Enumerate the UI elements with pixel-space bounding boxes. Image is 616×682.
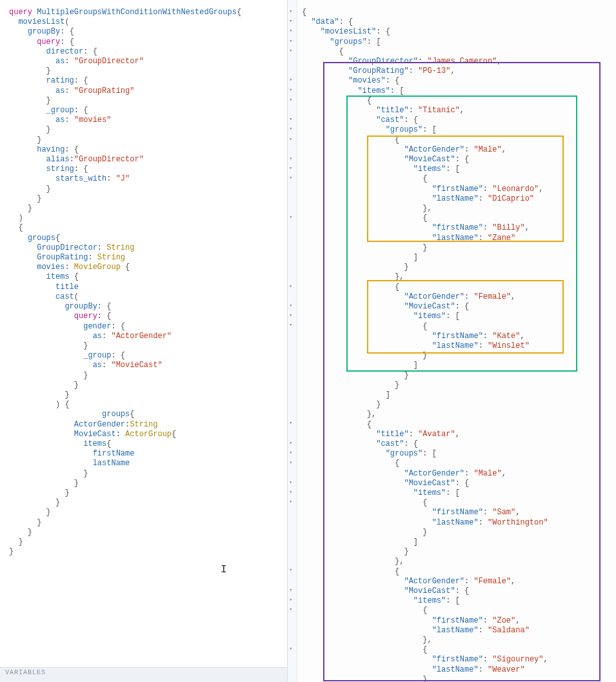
fold-marker[interactable]: ▾: [289, 27, 292, 34]
fold-marker[interactable]: ▾: [289, 8, 292, 15]
fold-marker[interactable]: ▾: [289, 449, 292, 456]
fold-marker[interactable]: ▾: [289, 606, 292, 613]
query-editor-pane: query MultipleGroupsWithConditionWithNes…: [0, 0, 288, 682]
fold-marker[interactable]: ▾: [289, 302, 292, 309]
fold-marker[interactable]: ▾: [289, 155, 292, 162]
response-pane: ▾▾▾▾▾▾▾▾▾▾▾▾▾▾▾▾▾▾▾▾▾▾▾▾▾▾▾▾▾▾▾ { "data"…: [288, 0, 616, 682]
fold-marker[interactable]: ▾: [289, 125, 292, 132]
fold-marker[interactable]: ▾: [289, 312, 292, 319]
fold-marker[interactable]: ▾: [289, 174, 292, 181]
fold-marker[interactable]: ▾: [289, 17, 292, 25]
response-viewer[interactable]: { "data": { "moviesList": { "groups": [ …: [288, 0, 616, 682]
fold-marker[interactable]: ▾: [289, 439, 292, 446]
fold-marker[interactable]: ▾: [289, 96, 292, 103]
variables-bar[interactable]: VARIABLES: [0, 667, 287, 682]
query-editor[interactable]: query MultipleGroupsWithConditionWithNes…: [0, 0, 287, 667]
fold-marker[interactable]: ▾: [289, 86, 292, 94]
fold-marker[interactable]: ▾: [289, 115, 292, 123]
fold-marker[interactable]: ▾: [289, 587, 292, 594]
fold-marker[interactable]: ▾: [289, 214, 292, 221]
variables-label: VARIABLES: [5, 669, 46, 676]
fold-marker[interactable]: ▾: [289, 165, 292, 172]
fold-marker[interactable]: ▾: [289, 76, 292, 83]
graphiql-app: query MultipleGroupsWithConditionWithNes…: [0, 0, 616, 682]
fold-marker[interactable]: ▾: [289, 645, 292, 652]
fold-marker[interactable]: ▾: [289, 488, 292, 496]
fold-marker[interactable]: ▾: [289, 596, 292, 603]
fold-marker[interactable]: ▾: [289, 135, 292, 143]
fold-marker[interactable]: ▾: [289, 37, 292, 45]
fold-marker[interactable]: ▾: [289, 321, 292, 328]
fold-marker[interactable]: ▾: [289, 498, 292, 505]
fold-marker[interactable]: ▾: [289, 47, 292, 54]
fold-marker[interactable]: ▾: [289, 459, 292, 466]
fold-marker[interactable]: ▾: [289, 479, 292, 486]
fold-marker[interactable]: ▾: [289, 419, 292, 426]
fold-marker[interactable]: ▾: [289, 567, 292, 574]
text-cursor-icon: I: [221, 564, 227, 576]
fold-marker[interactable]: ▾: [289, 283, 292, 290]
fold-gutter[interactable]: ▾▾▾▾▾▾▾▾▾▾▾▾▾▾▾▾▾▾▾▾▾▾▾▾▾▾▾▾▾▾▾: [288, 0, 297, 682]
